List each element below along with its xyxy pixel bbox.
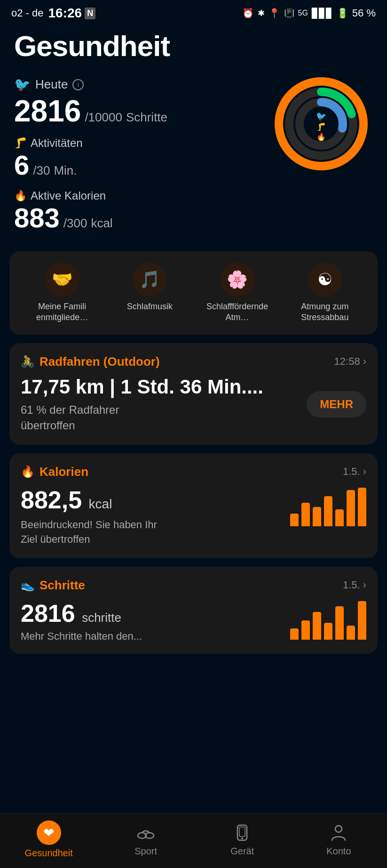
today-header: 🐦 Heute i bbox=[14, 77, 269, 92]
alarm-icon: ⏰ bbox=[242, 8, 254, 19]
steps-main: 2816 schritte Mehr Schritte halten den..… bbox=[21, 599, 366, 643]
cycling-time: 12:58 bbox=[334, 355, 360, 368]
bar-item bbox=[324, 496, 332, 526]
steps-card-header: 👟 Schritte 1.5. › bbox=[21, 578, 366, 593]
family-label: Meine Famili enmitgliede… bbox=[21, 301, 103, 323]
konto-icon bbox=[328, 822, 349, 843]
quick-item-family[interactable]: 🤝 Meine Famili enmitgliede… bbox=[21, 263, 103, 323]
quick-item-stress[interactable]: ☯ Atmung zum Stressabbau bbox=[284, 263, 366, 323]
mehr-button[interactable]: MEHR bbox=[307, 391, 366, 418]
cycling-sub: 61 % der Radfahrerübertroffen bbox=[21, 402, 307, 434]
page-title: Gesundheit bbox=[14, 29, 373, 63]
steps-card[interactable]: 👟 Schritte 1.5. › 2816 schritte Mehr Sch… bbox=[9, 567, 378, 654]
stress-label: Atmung zum Stressabbau bbox=[284, 301, 366, 323]
nav-item-gesundheit[interactable]: ❤ Gesundheit bbox=[25, 820, 73, 859]
nav-label-geraet: Gerät bbox=[230, 846, 254, 857]
bar-item bbox=[301, 503, 310, 526]
bottom-nav: ❤ Gesundheit Sport Gerät bbox=[0, 813, 387, 868]
svg-text:🦵: 🦵 bbox=[316, 122, 326, 131]
bar-item bbox=[290, 628, 299, 639]
breathing-label: Schlafffördernde Atm… bbox=[196, 301, 279, 323]
steps-card-value: 2816 schritte bbox=[21, 599, 290, 627]
bar-item bbox=[335, 509, 344, 526]
svg-point-13 bbox=[241, 837, 243, 839]
svg-text:🔥: 🔥 bbox=[316, 132, 326, 141]
bar-item bbox=[358, 488, 366, 526]
calories-bar-chart bbox=[290, 486, 366, 528]
steps-card-sub: Mehr Schritte halten den... bbox=[21, 630, 290, 643]
activities-label: Aktivitäten bbox=[31, 137, 83, 150]
calories-icon: 🔥 bbox=[14, 190, 27, 202]
heute-label: Heute bbox=[35, 77, 68, 92]
cycling-value: 17,75 km | 1 Std. 36 Min.... bbox=[21, 376, 307, 398]
bar-item bbox=[347, 490, 355, 526]
steps-stat-row: 2816 /10000 Schritte bbox=[14, 96, 269, 126]
quick-item-breathing[interactable]: 🌸 Schlafffördernde Atm… bbox=[196, 263, 279, 323]
steps-max: /10000 bbox=[85, 110, 122, 125]
info-icon[interactable]: i bbox=[72, 79, 84, 90]
status-left: o2 - de 16:26 N bbox=[11, 6, 95, 21]
cycling-title: Radfahren (Outdoor) bbox=[39, 354, 160, 369]
nfc-icon: N bbox=[85, 8, 95, 19]
nav-label-gesundheit: Gesundheit bbox=[25, 848, 73, 859]
steps-card-title: Schritte bbox=[39, 578, 85, 593]
steps-date: 1.5. bbox=[343, 579, 360, 591]
activity-ring-chart: 🐦 🦵 🔥 bbox=[269, 72, 373, 176]
svg-rect-12 bbox=[239, 827, 245, 836]
activities-max: /30 bbox=[33, 163, 50, 178]
heute-icon: 🐦 bbox=[14, 77, 31, 92]
cycling-chevron-icon: › bbox=[363, 355, 366, 368]
steps-bar-chart bbox=[290, 599, 366, 642]
geraet-icon bbox=[232, 822, 253, 843]
calories-card-value: 882,5 kcal bbox=[21, 486, 290, 514]
cycling-icon: 🚴 bbox=[21, 355, 35, 368]
bar-item bbox=[335, 606, 344, 639]
calories-card-icon: 🔥 bbox=[21, 465, 35, 478]
time-text: 16:26 bbox=[48, 6, 82, 21]
vibrate-icon: 📳 bbox=[284, 8, 294, 18]
activities-icon: 🦵 bbox=[14, 137, 27, 149]
signal-icon: 5G bbox=[298, 9, 308, 17]
cycling-title-row: 🚴 Radfahren (Outdoor) bbox=[21, 354, 160, 369]
bar-item bbox=[290, 514, 299, 526]
location-icon: 📍 bbox=[269, 8, 280, 19]
bar-item bbox=[301, 620, 310, 640]
quick-access-grid: 🤝 Meine Famili enmitgliede… 🎵 Schlafmusi… bbox=[21, 263, 366, 323]
nav-item-geraet[interactable]: Gerät bbox=[219, 822, 266, 857]
steps-value: 2816 bbox=[14, 96, 81, 126]
status-right: ⏰ ✱ 📍 📳 5G ▊▊▊ 🔋 56 % bbox=[242, 7, 376, 19]
nav-item-konto[interactable]: Konto bbox=[315, 822, 362, 857]
nav-label-sport: Sport bbox=[134, 846, 157, 857]
carrier-text: o2 - de bbox=[11, 7, 44, 19]
signal-bars: ▊▊▊ bbox=[312, 8, 333, 19]
calories-label: Aktive Kalorien bbox=[31, 189, 106, 202]
quick-access-card: 🤝 Meine Famili enmitgliede… 🎵 Schlafmusi… bbox=[9, 251, 378, 335]
calories-unit: kcal bbox=[91, 216, 112, 231]
ring-svg: 🐦 🦵 🔥 bbox=[269, 72, 373, 176]
steps-card-icon: 👟 bbox=[21, 579, 35, 592]
calories-card-header: 🔥 Kalorien 1.5. › bbox=[21, 465, 366, 479]
cycling-card-header: 🚴 Radfahren (Outdoor) 12:58 › bbox=[21, 354, 366, 369]
cycling-card[interactable]: 🚴 Radfahren (Outdoor) 12:58 › 17,75 km |… bbox=[9, 343, 378, 445]
battery-icon: 🔋 bbox=[337, 8, 348, 19]
family-icon: 🤝 bbox=[45, 263, 79, 297]
nav-item-sport[interactable]: Sport bbox=[122, 822, 169, 857]
bar-item bbox=[347, 626, 355, 639]
breathing-icon: 🌸 bbox=[221, 263, 254, 297]
steps-date-row: 1.5. › bbox=[343, 579, 366, 591]
status-bar: o2 - de 16:26 N ⏰ ✱ 📍 📳 5G ▊▊▊ 🔋 56 % bbox=[0, 0, 387, 24]
bar-item bbox=[358, 601, 366, 640]
cycling-main: 17,75 km | 1 Std. 36 Min.... 61 % der Ra… bbox=[21, 376, 366, 434]
calories-date-row: 1.5. › bbox=[343, 466, 366, 478]
activities-stat-row: 6 /30 Min. bbox=[14, 152, 269, 179]
steps-left: 2816 schritte Mehr Schritte halten den..… bbox=[21, 599, 290, 643]
calories-card[interactable]: 🔥 Kalorien 1.5. › 882,5 kcal Beeindrucke… bbox=[9, 453, 378, 558]
bar-item bbox=[324, 623, 332, 639]
activities-value: 6 bbox=[14, 152, 29, 179]
quick-item-sleep-music[interactable]: 🎵 Schlafmusik bbox=[108, 263, 191, 323]
svg-point-15 bbox=[335, 826, 342, 832]
sleep-music-icon: 🎵 bbox=[133, 263, 166, 297]
calories-left: 882,5 kcal Beeindruckend! Sie haben IhrZ… bbox=[21, 486, 290, 547]
today-stats: 🐦 Heute i 2816 /10000 Schritte 🦵 Aktivit… bbox=[14, 77, 269, 242]
sport-icon bbox=[135, 822, 156, 843]
